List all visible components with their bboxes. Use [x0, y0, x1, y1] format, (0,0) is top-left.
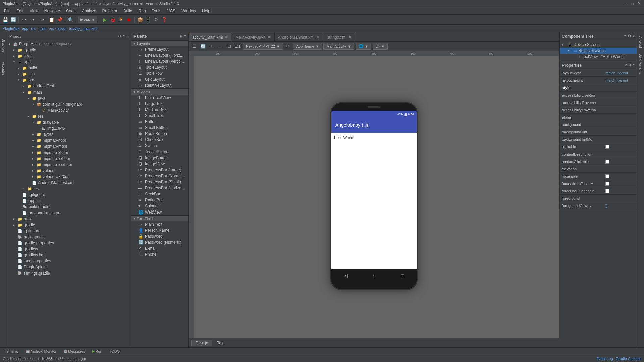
menu-build[interactable]: Build [121, 8, 135, 14]
tree-item-img1[interactable]: 🖼 img1.JPG [7, 125, 131, 131]
copy-button[interactable]: 📋 [48, 16, 55, 23]
tree-item-package[interactable]: ▾ 📦 com.liuguilin.pluginapk [7, 101, 131, 107]
tree-item-app-iml[interactable]: 📄 app.iml [7, 198, 131, 204]
messages-tab[interactable]: 🤖 Messages [60, 349, 88, 354]
tree-item-mipmap-xxhdpi[interactable]: ▸ 📁 mipmap-xxhdpi [7, 156, 131, 162]
help-button[interactable]: ❓ [160, 16, 168, 23]
tree-item-values[interactable]: ▸ 📁 values [7, 168, 131, 174]
menu-window[interactable]: Window [179, 8, 199, 14]
palette-item-large-text[interactable]: T Large Text [131, 101, 188, 107]
palette-item-password[interactable]: 🔒 Password [131, 233, 188, 239]
tree-item-idea[interactable]: ▸ 📁 .idea [7, 53, 131, 59]
design-tab[interactable]: Design [191, 340, 212, 346]
debug-button[interactable]: 🐞 [109, 16, 116, 23]
component-help-button[interactable]: ? [632, 34, 635, 38]
palette-toggle-button[interactable]: ☰ [191, 43, 198, 50]
tab-close-activity-main[interactable]: ✕ [225, 35, 228, 39]
palette-item-seekbar[interactable]: ⊟ SeekBar [131, 191, 188, 197]
sync-button[interactable]: 🔄 [9, 16, 17, 23]
favorites-tab[interactable]: Favorites [0, 57, 7, 80]
tree-item-test[interactable]: ▸ 📁 test [7, 186, 131, 192]
menu-navigate[interactable]: Navigate [42, 8, 63, 14]
run-tab[interactable]: ▶ Run [89, 349, 105, 354]
nav-home[interactable]: ○ [373, 273, 376, 278]
comp-relativelayout[interactable]: ▾ ▭ RelativeLayout [560, 48, 637, 54]
prop-value[interactable]: match_parent [605, 78, 635, 82]
run-coverage-button[interactable]: 🏃 [117, 16, 124, 23]
menu-analyze[interactable]: Analyze [79, 8, 99, 14]
comp-device-screen[interactable]: ▾ 📱 Device Screen [560, 42, 637, 48]
structure-tab[interactable]: Structure [0, 34, 7, 57]
tree-item-proguard[interactable]: 📄 proguard-rules.pro [7, 210, 131, 216]
palette-item-password-numeric[interactable]: 🔢 Password (Numeric) [131, 239, 188, 245]
properties-filter-button[interactable]: ≡ [633, 63, 635, 67]
palette-item-webview[interactable]: 🌐 WebView [131, 209, 188, 215]
tree-item-main[interactable]: ▾ 📁 main [7, 89, 131, 95]
clickable-checkbox[interactable] [605, 145, 609, 149]
menu-file[interactable]: File [1, 8, 13, 14]
properties-help-button[interactable]: ? [625, 63, 627, 67]
paste-button[interactable]: 📌 [56, 16, 63, 23]
focusable-checkbox[interactable] [605, 174, 609, 178]
app-dropdown[interactable]: ▶ app ▼ [78, 16, 97, 23]
tree-item-java[interactable]: ▾ 📁 java [7, 95, 131, 101]
tree-item-drawable[interactable]: ▾ 📁 drawable [7, 119, 131, 125]
palette-item-progressbar-small[interactable]: ⟳ ProgressBar (Small) [131, 179, 188, 185]
cut-button[interactable]: ✂ [40, 16, 47, 23]
project-collapse-button[interactable]: ≡ [123, 34, 125, 38]
tree-item-build[interactable]: ▸ 📁 build [7, 65, 131, 71]
tree-item-pluginapk[interactable]: ▾ 🤖 PlugInApk D:\github\PlugInApk [7, 41, 131, 47]
tree-item-app[interactable]: ▾ 📱 app [7, 59, 131, 65]
menu-view[interactable]: View [27, 8, 41, 14]
tree-item-androidtest[interactable]: ▸ 📁 androidTest [7, 83, 131, 89]
tree-item-gradle-properties[interactable]: 📄 gradle.properties [7, 240, 131, 246]
palette-section-layouts[interactable]: ▾ Layouts [131, 40, 188, 46]
palette-item-plain-text[interactable]: ▭ Plain Text [131, 221, 188, 227]
palette-item-tablelayout[interactable]: ⊞ TableLayout [131, 64, 188, 70]
palette-item-progressbar-horiz[interactable]: ▬ ProgressBar (Horizo... [131, 185, 188, 191]
search-button[interactable]: 🔍 [67, 16, 74, 23]
tree-item-build-root[interactable]: ▸ 📁 build [7, 216, 131, 222]
maximize-button[interactable]: □ [630, 1, 635, 6]
palette-item-framelayout[interactable]: ▭ FrameLayout [131, 46, 188, 52]
tree-item-layout[interactable]: ▸ 📁 layout [7, 131, 131, 137]
activity-dropdown[interactable]: MainActivity ▼ [323, 43, 354, 50]
palette-item-small-text[interactable]: T Small Text [131, 113, 188, 119]
palette-item-switch[interactable]: ⇆ Switch [131, 143, 188, 149]
palette-help-button[interactable]: ≡ [184, 34, 186, 38]
menu-help[interactable]: Help [199, 8, 213, 14]
palette-item-ratingbar[interactable]: ★ RatingBar [131, 197, 188, 203]
menu-code[interactable]: Code [63, 8, 78, 14]
avd-manager-button[interactable]: 📱 [144, 16, 152, 23]
tree-item-build-gradle-app[interactable]: 🐘 build.gradle [7, 204, 131, 210]
palette-item-person-name[interactable]: 👤 Person Name [131, 227, 188, 233]
tree-item-gradlew[interactable]: 📄 gradlew [7, 246, 131, 252]
breadcrumb-activity-main[interactable]: activity_main.xml [69, 26, 97, 31]
tree-item-src[interactable]: ▾ 📁 src [7, 77, 131, 83]
tree-item-settings-gradle[interactable]: 🐘 settings.gradle [7, 270, 131, 276]
palette-item-progressbar-large[interactable]: ⟳ ProgressBar (Large) [131, 167, 188, 173]
redo-button[interactable]: ↪ [29, 16, 36, 23]
properties-reset-button[interactable]: ↺ [628, 63, 631, 67]
undo-button[interactable]: ↩ [20, 16, 28, 23]
palette-item-medium-text[interactable]: T Medium Text [131, 107, 188, 113]
tree-item-pluginapk-iml[interactable]: 📄 PlugInApk.iml [7, 264, 131, 270]
palette-item-phone[interactable]: 📞 Phone [131, 251, 188, 257]
tab-close-mainactivity[interactable]: ✕ [267, 35, 270, 39]
tree-item-mipmap-xxxhdpi[interactable]: ▸ 📁 mipmap-xxxhdpi [7, 162, 131, 168]
palette-item-linearlayout-h[interactable]: ↔ LinearLayout (Horiz... [131, 52, 188, 58]
tab-mainactivity[interactable]: MainActivity.java ✕ [232, 33, 274, 41]
breadcrumb-res[interactable]: res [49, 26, 54, 31]
theme-dropdown[interactable]: AppTheme ▼ [293, 43, 322, 50]
tree-item-mainactivity[interactable]: C MainActivity [7, 107, 131, 113]
palette-item-imagebutton[interactable]: 🖼 ImageButton [131, 155, 188, 161]
rotate-button[interactable]: ↺ [284, 43, 292, 50]
tree-item-gitignore-app[interactable]: 📄 .gitignore [7, 192, 131, 198]
comp-textview[interactable]: T TextView - "Hello World!" [560, 54, 637, 60]
tree-item-values-w820dp[interactable]: ▸ 📁 values-w820dp [7, 174, 131, 180]
project-settings-button[interactable]: ⚙ [118, 34, 121, 38]
run-button[interactable]: ▶ [101, 16, 108, 23]
palette-item-spinner[interactable]: ▾ Spinner [131, 203, 188, 209]
tree-item-local-properties[interactable]: 📄 local.properties [7, 258, 131, 264]
locale-dropdown[interactable]: 🌐 ▼ [356, 43, 371, 50]
